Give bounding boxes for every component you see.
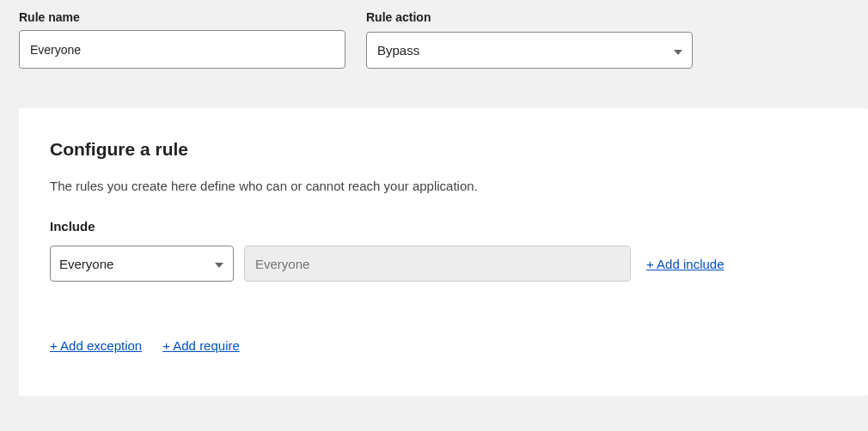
add-exception-link[interactable]: + Add exception [50, 338, 142, 353]
configure-rule-card: Configure a rule The rules you create he… [19, 108, 868, 396]
add-require-link[interactable]: + Add require [162, 338, 240, 353]
card-title: Configure a rule [50, 139, 837, 160]
card-description: The rules you create here define who can… [50, 179, 837, 193]
top-form-row: Rule name Rule action Bypass [0, 0, 868, 69]
include-selector-value: Everyone [59, 257, 113, 271]
include-label: Include [50, 219, 837, 234]
rule-name-label: Rule name [19, 10, 345, 24]
rule-action-value: Bypass [377, 43, 419, 58]
include-selector-wrap: Everyone [50, 246, 234, 282]
rule-name-group: Rule name [19, 10, 345, 69]
include-selector[interactable]: Everyone [50, 246, 234, 282]
add-include-link[interactable]: + Add include [646, 257, 724, 271]
include-row: Everyone + Add include [50, 246, 837, 282]
include-value-input [244, 246, 631, 282]
rule-name-input[interactable] [19, 30, 345, 69]
rule-action-select-wrap: Bypass [366, 32, 693, 69]
rule-action-select[interactable]: Bypass [366, 32, 693, 69]
bottom-actions: + Add exception + Add require [50, 338, 837, 353]
rule-action-label: Rule action [366, 10, 693, 24]
rule-action-group: Rule action Bypass [366, 10, 693, 69]
